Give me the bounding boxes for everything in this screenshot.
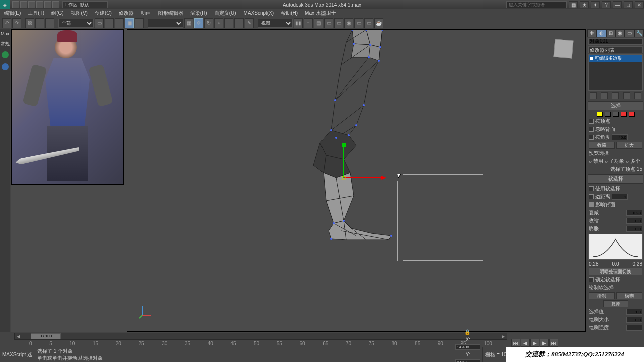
subobj-polygon[interactable] bbox=[621, 112, 627, 117]
object-name-input[interactable] bbox=[588, 38, 643, 45]
help-search-input[interactable] bbox=[506, 1, 567, 8]
bubble-spinner[interactable] bbox=[626, 226, 642, 232]
chk-use-soft[interactable] bbox=[589, 186, 594, 191]
menu-customize[interactable]: 自定义(U) bbox=[212, 10, 238, 17]
tab-display[interactable]: ▭ bbox=[625, 29, 634, 37]
goto-start-button[interactable]: ⏮ bbox=[511, 339, 520, 347]
stack-item-editpoly[interactable]: ◼ 可编辑多边形 bbox=[589, 55, 642, 62]
menu-custom[interactable]: Max 水墨卫士 bbox=[303, 10, 338, 17]
subobj-vertex[interactable] bbox=[597, 112, 603, 117]
help-icon[interactable]: ? bbox=[602, 1, 611, 8]
align-button[interactable]: ≡ bbox=[304, 18, 313, 28]
brushsize-spinner[interactable] bbox=[626, 317, 642, 323]
subobj-border[interactable] bbox=[613, 112, 619, 117]
select-region-button[interactable] bbox=[115, 18, 124, 28]
angle-spinner[interactable] bbox=[612, 134, 628, 140]
pinch-spinner[interactable] bbox=[626, 218, 642, 224]
tab-hierarchy[interactable]: ⊞ bbox=[606, 29, 616, 37]
revert-button[interactable]: 复原 bbox=[603, 300, 628, 307]
link-button[interactable]: ⛓ bbox=[25, 18, 34, 28]
subobj-edge[interactable] bbox=[605, 112, 611, 117]
script-listener[interactable]: MAXScript 迷 bbox=[0, 347, 35, 362]
grow-button[interactable]: 扩大 bbox=[616, 142, 642, 149]
selection-filter[interactable]: 全部 bbox=[58, 19, 94, 28]
bind-button[interactable] bbox=[45, 18, 54, 28]
manip-button[interactable]: ✎ bbox=[245, 18, 254, 28]
minimize-button[interactable]: — bbox=[613, 1, 622, 8]
close-button[interactable]: ✕ bbox=[635, 1, 644, 8]
edge-dist-spinner[interactable] bbox=[612, 194, 628, 200]
new-icon[interactable] bbox=[12, 1, 19, 8]
blur-button[interactable]: 模糊 bbox=[616, 292, 642, 299]
coord-system[interactable]: 视图 bbox=[258, 19, 293, 28]
selval-spinner[interactable] bbox=[626, 309, 642, 315]
select-button[interactable] bbox=[135, 18, 144, 28]
unlink-button[interactable] bbox=[35, 18, 44, 28]
rotate-button[interactable]: ↻ bbox=[204, 18, 213, 28]
chk-ignore-bf[interactable] bbox=[589, 127, 594, 132]
open-icon[interactable] bbox=[20, 1, 27, 8]
menu-grapheditors[interactable]: 图形编辑器 bbox=[156, 10, 185, 17]
toggle-button[interactable]: ▦ bbox=[184, 18, 193, 28]
menu-maxscript[interactable]: MAXScript(X) bbox=[242, 10, 276, 16]
subobj-element[interactable] bbox=[629, 112, 635, 117]
rollout-softsel[interactable]: 软选择 bbox=[588, 174, 643, 184]
remove-mod-button[interactable] bbox=[623, 92, 630, 99]
modifier-list-combo[interactable]: 修改器列表 bbox=[588, 46, 643, 53]
chk-by-vertex[interactable] bbox=[589, 119, 594, 124]
track-bar[interactable]: 0510152025303540455055606570758085909510… bbox=[14, 340, 507, 347]
prev-frame-button[interactable]: ◀ bbox=[521, 339, 530, 347]
render-button[interactable]: ☕ bbox=[374, 18, 383, 28]
next-frame-button[interactable]: ▶ bbox=[540, 339, 549, 347]
select-object-button[interactable]: ▭ bbox=[95, 18, 104, 28]
material-button[interactable]: ◉ bbox=[344, 18, 353, 28]
falloff-spinner[interactable] bbox=[626, 210, 642, 216]
undo-button[interactable]: ↶ bbox=[2, 18, 11, 28]
time-slider-thumb[interactable]: 0 / 100 bbox=[31, 333, 61, 339]
move-button[interactable]: ✥ bbox=[194, 18, 203, 28]
menu-views[interactable]: 视图(V) bbox=[69, 10, 90, 17]
scale-button[interactable]: ▫ bbox=[214, 18, 223, 28]
chk-by-angle[interactable] bbox=[589, 135, 594, 140]
named-selection[interactable] bbox=[148, 19, 183, 28]
undo-icon[interactable] bbox=[36, 1, 43, 8]
menu-create[interactable]: 创建(C) bbox=[93, 10, 114, 17]
select-name-button[interactable] bbox=[105, 18, 114, 28]
chk-edge-dist[interactable] bbox=[589, 194, 594, 199]
chk-affect-bf[interactable] bbox=[589, 202, 594, 207]
goto-end-button[interactable]: ⏭ bbox=[549, 339, 558, 347]
star-icon[interactable]: ★ bbox=[580, 1, 589, 8]
shrink-button[interactable]: 收缩 bbox=[589, 142, 615, 149]
show-end-button[interactable] bbox=[601, 92, 608, 99]
menu-edit[interactable]: 编辑(E) bbox=[2, 10, 23, 17]
redo-icon[interactable] bbox=[44, 1, 51, 8]
layers-button[interactable]: ▤ bbox=[314, 18, 323, 28]
menu-group[interactable]: 组(G) bbox=[49, 10, 65, 17]
brushstr-spinner[interactable] bbox=[626, 325, 642, 331]
strip-icon-2[interactable] bbox=[2, 63, 9, 70]
pivot-button[interactable] bbox=[234, 18, 244, 28]
menu-modifiers[interactable]: 修改器 bbox=[117, 10, 136, 17]
tab-utilities[interactable]: 🔧 bbox=[634, 29, 644, 37]
render-setup-button[interactable]: ▭ bbox=[354, 18, 363, 28]
workspace-combo[interactable] bbox=[62, 1, 108, 8]
menu-help[interactable]: 帮助(H) bbox=[279, 10, 300, 17]
maximize-button[interactable]: □ bbox=[624, 1, 633, 8]
coord-y-input[interactable] bbox=[455, 359, 480, 362]
modifier-stack[interactable]: ◼ 可编辑多边形 bbox=[588, 54, 643, 90]
coord-x-input[interactable] bbox=[455, 344, 480, 350]
lock-selection-button[interactable]: 🔒 bbox=[464, 329, 471, 335]
shaded-toggle-button[interactable]: 明暗处理面切换 bbox=[589, 268, 642, 275]
redo-button[interactable]: ↷ bbox=[12, 18, 21, 28]
schematic-button[interactable]: ▭ bbox=[334, 18, 343, 28]
window-crossing-button[interactable]: ▣ bbox=[125, 18, 134, 28]
render-frame-button[interactable]: ▭ bbox=[364, 18, 373, 28]
viewport[interactable] bbox=[11, 29, 586, 332]
tab-create[interactable]: ✚ bbox=[587, 29, 597, 37]
unique-button[interactable] bbox=[612, 92, 619, 99]
menu-animation[interactable]: 动画 bbox=[139, 10, 153, 17]
mirror-button[interactable]: ▮▮ bbox=[294, 18, 303, 28]
time-slider[interactable]: ◀ 0 / 100 ▶ bbox=[14, 333, 507, 340]
tab-modify[interactable]: ◐ bbox=[597, 29, 606, 37]
refcoord-button[interactable] bbox=[224, 18, 233, 28]
